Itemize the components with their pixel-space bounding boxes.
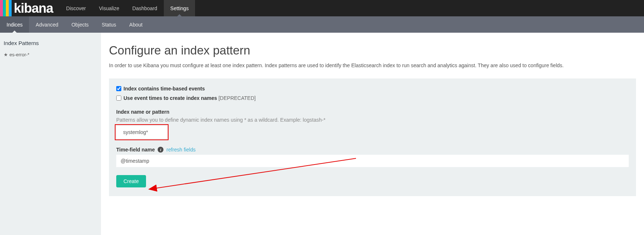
sidebar-heading: Index Patterns: [0, 37, 101, 50]
time-field-label: Time-field name: [116, 147, 155, 153]
create-button[interactable]: Create: [116, 175, 146, 187]
subnav-status[interactable]: Status: [95, 16, 123, 33]
nav-discover[interactable]: Discover: [60, 0, 92, 16]
star-icon: ★: [4, 52, 8, 57]
index-name-input[interactable]: [116, 126, 167, 139]
subnav-objects[interactable]: Objects: [65, 16, 95, 33]
logo-bars: [0, 0, 12, 16]
config-panel: Index contains time-based events Use eve…: [109, 78, 636, 196]
checkbox-event-times-label[interactable]: Use event times to create index names [D…: [123, 95, 256, 101]
checkbox-time-based[interactable]: [116, 86, 121, 91]
subnav-indices[interactable]: Indices: [0, 16, 29, 33]
nav-settings[interactable]: Settings: [164, 0, 195, 16]
main-content: Configure an index pattern In order to u…: [101, 33, 644, 235]
page-description: In order to use Kibana you must configur…: [109, 62, 636, 68]
sidebar-item-pattern[interactable]: ★ es-error-*: [0, 50, 101, 60]
checkbox-time-based-label[interactable]: Index contains time-based events: [123, 86, 205, 92]
sidebar-item-label: es-error-*: [9, 52, 29, 57]
top-nav: kibana Discover Visualize Dashboard Sett…: [0, 0, 644, 16]
index-name-help: Patterns allow you to define dynamic ind…: [116, 117, 629, 123]
app-logo-text: kibana: [12, 0, 60, 16]
refresh-fields-link[interactable]: refresh fields: [166, 147, 195, 153]
sidebar: Index Patterns ★ es-error-*: [0, 33, 101, 235]
checkbox-event-times[interactable]: [116, 96, 121, 101]
nav-dashboard[interactable]: Dashboard: [126, 0, 164, 16]
info-icon[interactable]: i: [158, 147, 163, 153]
index-name-label: Index name or pattern: [116, 109, 629, 115]
nav-visualize[interactable]: Visualize: [93, 0, 126, 16]
time-field-select[interactable]: @timestamp: [116, 155, 629, 167]
subnav-advanced[interactable]: Advanced: [29, 16, 65, 33]
subnav-about[interactable]: About: [123, 16, 149, 33]
page-title: Configure an index pattern: [109, 44, 636, 57]
sub-nav: Indices Advanced Objects Status About: [0, 16, 644, 33]
